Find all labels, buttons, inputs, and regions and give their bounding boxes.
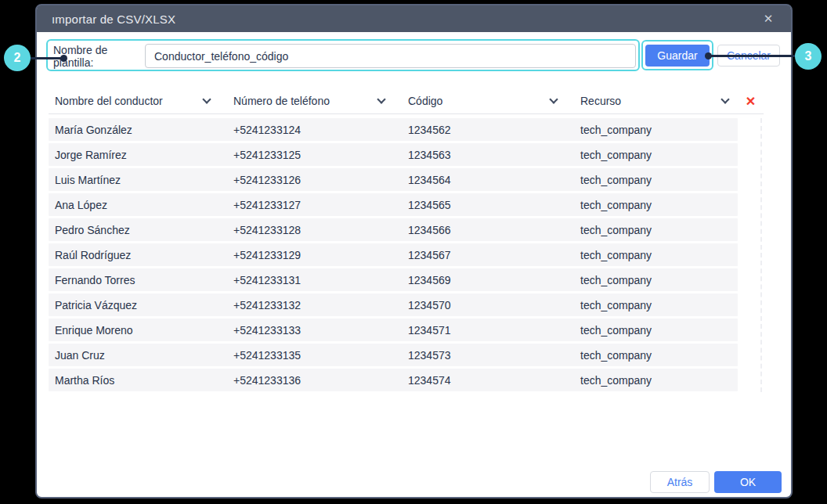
annotation-step-3: 3: [795, 43, 822, 70]
cell-code: 1234565: [402, 199, 574, 211]
cell-code: 1234574: [402, 374, 574, 387]
cell-code: 1234566: [402, 224, 574, 236]
cell-resource: tech_company: [574, 274, 738, 286]
cell-driver-name: Juan Cruz: [49, 349, 227, 362]
cell-code: 1234563: [402, 149, 574, 161]
back-button[interactable]: Atrás: [650, 471, 710, 493]
cell-phone: +5241233133: [227, 324, 402, 337]
import-dialog: ımportar de CSV/XLSX ✕ Nombre de plantil…: [35, 4, 793, 499]
cell-resource: tech_company: [574, 349, 738, 362]
scrollbar[interactable]: [760, 118, 762, 392]
cell-code: 1234564: [402, 174, 574, 186]
chevron-down-icon[interactable]: [549, 95, 558, 103]
cell-phone: +5241233132: [227, 299, 402, 311]
cell-resource: tech_company: [574, 199, 738, 211]
cell-driver-name: Luis Martínez: [49, 174, 227, 186]
column-header-phone-label: Número de teléfono: [233, 95, 330, 107]
cell-phone: +5241233126: [227, 174, 402, 186]
cell-phone: +5241233125: [227, 149, 402, 161]
cell-resource: tech_company: [574, 249, 738, 261]
cell-phone: +5241233127: [227, 199, 402, 211]
template-name-input[interactable]: [145, 44, 636, 68]
cell-driver-name: María González: [49, 124, 227, 136]
table-row[interactable]: Juan Cruz +5241233135 1234573 tech_compa…: [49, 344, 738, 366]
table-body: María González +5241233124 1234562 tech_…: [49, 118, 738, 394]
cell-code: 1234573: [402, 349, 574, 362]
cell-code: 1234567: [402, 249, 574, 261]
cell-resource: tech_company: [574, 124, 738, 136]
dialog-header: ımportar de CSV/XLSX: [37, 5, 791, 32]
column-header-name-label: Nombre del conductor: [55, 95, 163, 107]
table-header: Nombre del conductor Número de teléfono …: [49, 88, 764, 114]
cell-resource: tech_company: [574, 149, 738, 161]
cell-driver-name: Enrique Moreno: [49, 324, 227, 337]
cell-driver-name: Raúl Rodríguez: [49, 249, 227, 261]
cell-resource: tech_company: [574, 324, 738, 337]
column-header-name[interactable]: Nombre del conductor: [49, 95, 227, 107]
cell-code: 1234571: [402, 324, 574, 337]
cell-resource: tech_company: [574, 299, 738, 311]
cell-resource: tech_company: [574, 174, 738, 186]
annotation-step-2: 2: [4, 45, 31, 71]
cell-code: 1234562: [402, 124, 574, 136]
remove-column-icon[interactable]: ✕: [738, 94, 764, 109]
cell-phone: +5241233129: [227, 249, 402, 261]
cell-driver-name: Patricia Vázquez: [49, 299, 227, 311]
cell-driver-name: Fernando Torres: [49, 274, 227, 286]
cell-phone: +5241233124: [227, 124, 402, 136]
chevron-down-icon[interactable]: [202, 95, 211, 103]
cell-code: 1234569: [402, 274, 574, 286]
cell-driver-name: Pedro Sánchez: [49, 224, 227, 236]
close-icon[interactable]: ✕: [757, 5, 780, 32]
cell-phone: +5241233131: [227, 274, 402, 286]
column-header-code-label: Código: [408, 95, 442, 107]
table-row[interactable]: Patricia Vázquez +5241233132 1234570 tec…: [49, 293, 738, 316]
annotation-connector-3: [710, 55, 797, 57]
cell-resource: tech_company: [574, 374, 738, 387]
dialog-title: ımportar de CSV/XLSX: [37, 13, 175, 26]
table-row[interactable]: Martha Ríos +5241233136 1234574 tech_com…: [49, 369, 738, 391]
cell-code: 1234570: [402, 299, 574, 311]
column-header-code[interactable]: Código: [402, 95, 574, 107]
chevron-down-icon[interactable]: [720, 95, 729, 103]
table-row[interactable]: Ana López +5241233127 1234565 tech_compa…: [49, 193, 738, 216]
table-row[interactable]: Raúl Rodríguez +5241233129 1234567 tech_…: [49, 243, 738, 266]
annotation-connector-2: [29, 57, 63, 59]
table-row[interactable]: Luis Martínez +5241233126 1234564 tech_c…: [49, 168, 738, 191]
table-row[interactable]: Fernando Torres +5241233131 1234569 tech…: [49, 268, 738, 291]
column-header-resource-label: Recurso: [580, 95, 621, 107]
table-row[interactable]: Jorge Ramírez +5241233125 1234563 tech_c…: [49, 143, 738, 166]
cell-phone: +5241233128: [227, 224, 402, 236]
table-row[interactable]: Pedro Sánchez +5241233128 1234566 tech_c…: [49, 218, 738, 241]
column-header-resource[interactable]: Recurso: [574, 95, 738, 107]
screen: ımportar de CSV/XLSX ✕ Nombre de plantil…: [0, 0, 827, 504]
column-header-phone[interactable]: Número de teléfono: [227, 95, 402, 107]
chevron-down-icon[interactable]: [377, 95, 385, 103]
table-row[interactable]: María González +5241233124 1234562 tech_…: [49, 118, 738, 141]
cell-driver-name: Jorge Ramírez: [49, 149, 227, 161]
cell-driver-name: Ana López: [49, 199, 227, 211]
save-button[interactable]: Guardar: [645, 45, 710, 67]
annotation-dot-2: [60, 55, 67, 62]
annotation-dot-3: [705, 52, 712, 59]
cell-resource: tech_company: [574, 224, 738, 236]
ok-button[interactable]: OK: [714, 471, 782, 493]
table-row[interactable]: Enrique Moreno +5241233133 1234571 tech_…: [49, 319, 738, 341]
cell-phone: +5241233136: [227, 374, 402, 387]
cell-phone: +5241233135: [227, 349, 402, 362]
cell-driver-name: Martha Ríos: [49, 374, 227, 387]
